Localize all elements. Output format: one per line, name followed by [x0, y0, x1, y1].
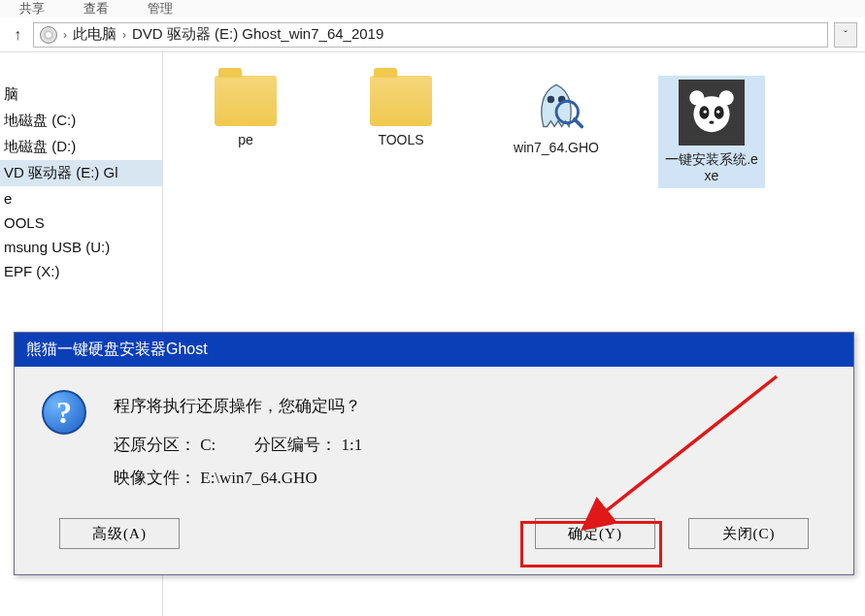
tree-item[interactable]: e: [0, 186, 162, 211]
nav-up-icon[interactable]: ↑: [8, 25, 27, 45]
panda-icon: [679, 80, 745, 146]
svg-point-0: [548, 96, 555, 104]
breadcrumb-bar: ↑ › 此电脑 › DVD 驱动器 (E:) Ghost_win7_64_201…: [0, 17, 865, 52]
breadcrumb-root[interactable]: 此电脑: [73, 25, 116, 44]
address-bar[interactable]: › 此电脑 › DVD 驱动器 (E:) Ghost_win7_64_2019: [33, 22, 828, 48]
file-item[interactable]: TOOLS: [348, 76, 454, 148]
tree-item[interactable]: OOLS: [0, 211, 162, 235]
ok-button[interactable]: 确定(Y): [535, 518, 655, 549]
close-button[interactable]: 关闭(C): [688, 518, 809, 549]
file-label: pe: [238, 132, 253, 148]
dialog-message: 程序将执行还原操作，您确定吗？: [114, 390, 362, 423]
tree-item[interactable]: 地磁盘 (C:): [0, 108, 162, 134]
svg-line-3: [575, 119, 582, 127]
dialog-body: ? 程序将执行还原操作，您确定吗？ 还原分区： C: 分区编号： 1:1 映像文…: [15, 367, 853, 512]
tree-item[interactable]: EPF (X:): [0, 259, 162, 283]
confirm-dialog: 熊猫一键硬盘安装器Ghost ? 程序将执行还原操作，您确定吗？ 还原分区： C…: [14, 332, 854, 575]
toolbar-share[interactable]: 共享: [19, 0, 45, 17]
chevron-right-icon: ›: [122, 28, 126, 42]
top-toolbar: 共享 查看 管理: [0, 0, 865, 17]
chevron-right-icon: ›: [63, 28, 67, 42]
svg-point-11: [709, 120, 714, 123]
tree-item[interactable]: 脑: [0, 81, 162, 108]
file-label: 一键安装系统.exe: [662, 151, 761, 184]
advanced-button[interactable]: 高级(A): [59, 518, 180, 549]
question-icon: ?: [42, 390, 86, 435]
svg-point-6: [719, 90, 734, 105]
svg-point-10: [716, 110, 719, 113]
dialog-button-row: 高级(A) 确定(Y) 关闭(C): [15, 512, 853, 574]
toolbar-view[interactable]: 查看: [83, 0, 109, 17]
file-item[interactable]: 一键安装系统.exe: [658, 76, 765, 188]
file-label: TOOLS: [378, 132, 423, 148]
restore-partition-row: 还原分区： C:: [114, 429, 216, 462]
breadcrumb-drive[interactable]: DVD 驱动器 (E:) Ghost_win7_64_2019: [132, 25, 383, 44]
ghost-icon: [527, 76, 585, 134]
svg-point-5: [689, 90, 704, 105]
tree-item[interactable]: 地磁盘 (D:): [0, 134, 162, 160]
partition-number-row: 分区编号： 1:1: [254, 429, 362, 462]
folder-icon: [215, 76, 277, 126]
disc-icon: [40, 26, 57, 44]
tree-item[interactable]: VD 驱动器 (E:) Gl: [0, 160, 162, 186]
dialog-title: 熊猫一键硬盘安装器Ghost: [15, 333, 853, 367]
file-item[interactable]: pe: [192, 76, 299, 148]
image-file-row: 映像文件： E:\win7_64.GHO: [114, 462, 362, 495]
folder-icon: [370, 76, 432, 126]
toolbar-manage[interactable]: 管理: [148, 0, 173, 17]
tree-item[interactable]: msung USB (U:): [0, 235, 162, 259]
chevron-down-icon: ˇ: [844, 29, 848, 41]
address-dropdown-button[interactable]: ˇ: [834, 22, 857, 48]
dialog-text: 程序将执行还原操作，您确定吗？ 还原分区： C: 分区编号： 1:1 映像文件：…: [114, 390, 362, 495]
file-label: win7_64.GHO: [514, 140, 599, 156]
svg-point-9: [704, 110, 707, 113]
file-item[interactable]: win7_64.GHO: [503, 76, 610, 156]
